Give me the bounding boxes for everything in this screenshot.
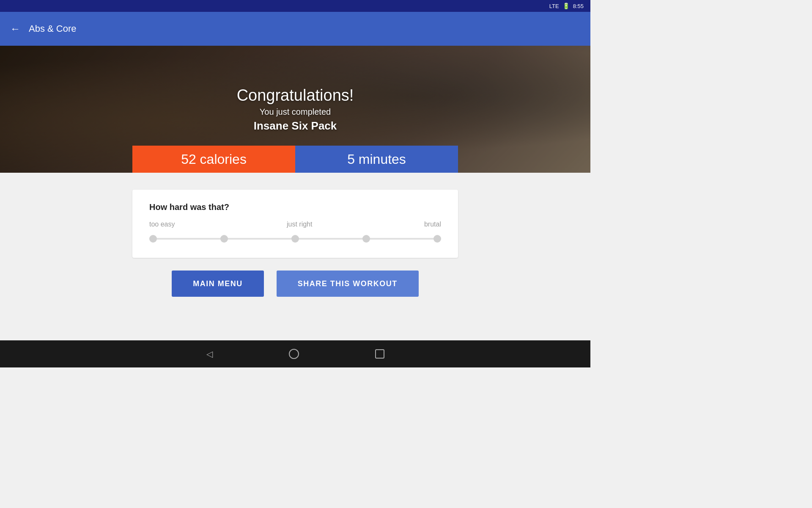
main-menu-button[interactable]: MAIN MENU [172, 271, 264, 297]
share-workout-button[interactable]: SHARE THIS WORKOUT [277, 271, 419, 297]
nav-bar: ◁ [0, 340, 590, 367]
action-buttons: MAIN MENU SHARE THIS WORKOUT [172, 271, 419, 297]
difficulty-card: How hard was that? too easy just right b… [132, 190, 458, 258]
slider-dot-3 [291, 235, 299, 243]
slider-dot-4 [362, 235, 370, 243]
label-easy: too easy [149, 221, 175, 228]
difficulty-slider[interactable] [149, 232, 441, 245]
slider-track [149, 238, 441, 240]
minutes-stat: 5 minutes [295, 146, 458, 173]
network-indicator: LTE [549, 3, 559, 9]
content-area: How hard was that? too easy just right b… [0, 173, 590, 314]
calories-stat: 52 calories [132, 146, 295, 173]
slider-dot-5 [433, 235, 441, 243]
slider-dot-1 [149, 235, 157, 243]
nav-home-button[interactable] [289, 349, 299, 359]
status-bar: LTE 🔋 8:55 [0, 0, 590, 12]
app-bar: ← Abs & Core [0, 12, 590, 46]
nav-recent-button[interactable] [375, 349, 384, 359]
slider-dot-2 [220, 235, 228, 243]
nav-back-button[interactable]: ◁ [206, 349, 213, 359]
completed-text: You just completed [260, 107, 331, 117]
time-display: 8:55 [573, 3, 584, 9]
difficulty-labels: too easy just right brutal [149, 221, 441, 228]
label-middle: just right [287, 221, 312, 228]
app-bar-title: Abs & Core [29, 23, 77, 34]
workout-name: Insane Six Pack [254, 119, 337, 133]
congratulations-text: Congratulations! [237, 86, 354, 105]
difficulty-title: How hard was that? [149, 202, 441, 212]
back-button[interactable]: ← [10, 23, 20, 35]
battery-icon: 🔋 [562, 3, 570, 9]
hero-section: Congratulations! You just completed Insa… [0, 46, 590, 173]
stats-bar: 52 calories 5 minutes [132, 146, 458, 173]
slider-dots [149, 235, 441, 243]
label-hard: brutal [424, 221, 441, 228]
